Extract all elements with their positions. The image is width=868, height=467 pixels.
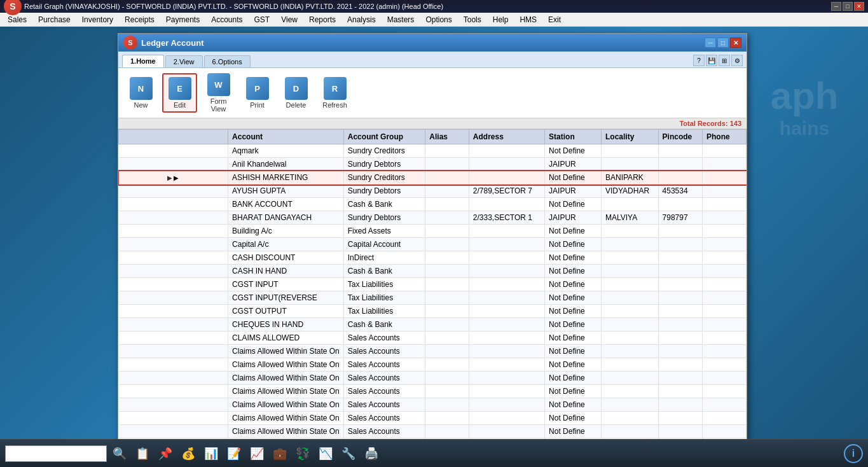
col-header-locality[interactable]: Locality <box>602 130 659 144</box>
row-arrow <box>119 198 228 211</box>
cell-station: Not Define <box>545 278 602 291</box>
cell-alias <box>425 198 469 211</box>
delete-button[interactable]: D Delete <box>279 74 313 111</box>
table-row[interactable]: Claims Allowed Within State OnSales Acco… <box>119 412 747 425</box>
cell-group: Sundry Creditors <box>343 144 425 158</box>
refresh-button[interactable]: R Refresh <box>317 74 352 111</box>
close-app-btn[interactable]: ✕ <box>854 2 864 11</box>
menu-payments[interactable]: Payments <box>161 14 205 25</box>
col-header-address[interactable]: Address <box>469 130 544 144</box>
cell-station: Not Define <box>545 305 602 318</box>
table-row[interactable]: Anil KhandelwalSundry DebtorsJAIPUR <box>119 158 747 171</box>
col-header-station[interactable]: Station <box>545 130 602 144</box>
settings-icon-btn[interactable]: ⚙ <box>731 55 743 66</box>
taskbar-icon-1[interactable]: 📋 <box>132 443 153 464</box>
table-row[interactable]: Claims Allowed Within State OnSales Acco… <box>119 345 747 358</box>
taskbar-icon-2[interactable]: 📌 <box>155 443 176 464</box>
menu-tools[interactable]: Tools <box>458 14 486 25</box>
menu-accounts[interactable]: Accounts <box>206 14 247 25</box>
table-row[interactable]: CASH IN HANDCash & BankNot Define <box>119 265 747 278</box>
table-row[interactable]: AYUSH GUPTASundry Debtors2/789,SECTOR 7J… <box>119 185 747 198</box>
tab-home[interactable]: 1.Home <box>122 55 164 67</box>
row-arrow <box>119 425 228 438</box>
menu-options[interactable]: Options <box>420 14 457 25</box>
taskbar-icon-6[interactable]: 📈 <box>247 443 267 464</box>
ledger-table-container[interactable]: Account Account Group Alias Address Stat… <box>118 129 747 440</box>
table-row[interactable]: Building A/cFixed AssetsNot Define <box>119 225 747 238</box>
edit-button[interactable]: E Edit <box>162 73 197 113</box>
taskbar-search-input[interactable] <box>5 445 107 462</box>
taskbar-icon-9[interactable]: 📉 <box>315 443 336 464</box>
taskbar-icon-11[interactable]: 🖨️ <box>361 443 382 464</box>
col-header-account-label[interactable]: Account <box>228 130 344 144</box>
menu-reports[interactable]: Reports <box>304 14 341 25</box>
tab-view[interactable]: 2.View <box>165 55 203 67</box>
table-row[interactable]: Claims Allowed Within State OnSales Acco… <box>119 398 747 412</box>
total-records-bar: Total Records: 143 <box>118 118 747 129</box>
col-header-phone[interactable]: Phone <box>703 130 747 144</box>
table-row[interactable]: AqmarkSundry CreditorsNot Define <box>119 144 747 158</box>
col-header-alias[interactable]: Alias <box>425 130 469 144</box>
help-icon-btn[interactable]: ? <box>693 55 705 66</box>
table-row[interactable]: CHEQUES IN HANDCash & BankNot Define <box>119 318 747 331</box>
formview-button[interactable]: W Form View <box>201 71 236 115</box>
window-close-btn[interactable]: ✕ <box>730 38 741 48</box>
menu-analysis[interactable]: Analysis <box>342 14 381 25</box>
tab-options[interactable]: 6.Options <box>204 55 251 67</box>
minimize-btn[interactable]: ─ <box>831 2 841 11</box>
title-bar-controls: ─ □ ✕ <box>831 2 864 11</box>
menu-masters[interactable]: Masters <box>382 14 420 25</box>
window-maximize-btn[interactable]: □ <box>717 38 729 48</box>
cell-alias <box>425 251 469 265</box>
col-header-group[interactable]: Account Group <box>343 130 425 144</box>
maximize-btn[interactable]: □ <box>843 2 853 11</box>
row-arrow <box>119 185 228 198</box>
table-row[interactable]: CGST INPUTTax LiabilitiesNot Define <box>119 278 747 291</box>
menu-sales[interactable]: Sales <box>3 14 32 25</box>
cell-station: Not Define <box>545 171 602 185</box>
table-row[interactable]: BHARAT DANGAYACHSundry Debtors2/333,SECT… <box>119 211 747 225</box>
col-header-pincode[interactable]: Pincode <box>658 130 702 144</box>
taskbar-search-btn[interactable]: 🔍 <box>109 443 130 464</box>
cell-account: CGST INPUT(REVERSE <box>228 291 344 305</box>
taskbar-icon-4[interactable]: 📊 <box>201 443 221 464</box>
table-row[interactable]: CGST INPUT(REVERSETax LiabilitiesNot Def… <box>119 291 747 305</box>
title-bar: S Retail Graph (VINAYAKJOSHI) - SOFTWORL… <box>0 0 868 13</box>
cell-account: BHARAT DANGAYACH <box>228 211 344 225</box>
cell-address <box>469 251 544 265</box>
taskbar-icon-3[interactable]: 💰 <box>178 443 198 464</box>
cell-phone <box>703 198 747 211</box>
table-row[interactable]: Claims Allowed Within State OnSales Acco… <box>119 372 747 385</box>
menu-gst[interactable]: GST <box>249 14 275 25</box>
table-row[interactable]: BANK ACCOUNTCash & BankNot Define <box>119 198 747 211</box>
taskbar-icon-10[interactable]: 🔧 <box>338 443 359 464</box>
table-row[interactable]: Capital A/cCapital AccountNot Define <box>119 238 747 251</box>
expand-icon-btn[interactable]: ⊞ <box>719 55 730 66</box>
delete-icon: D <box>285 77 308 100</box>
cell-address: 2/333,SECTOR 1 <box>469 211 544 225</box>
menu-hms[interactable]: HMS <box>514 14 542 25</box>
info-button[interactable]: i <box>844 444 863 463</box>
cell-station: Not Define <box>545 238 602 251</box>
taskbar-icon-5[interactable]: 📝 <box>224 443 244 464</box>
menu-exit[interactable]: Exit <box>543 14 566 25</box>
table-row[interactable]: CLAIMS ALLOWEDSales AccountsNot Define <box>119 331 747 345</box>
table-row[interactable]: Claims Allowed Within State OnSales Acco… <box>119 385 747 398</box>
taskbar-icon-8[interactable]: 💱 <box>293 443 313 464</box>
menu-view[interactable]: View <box>276 14 303 25</box>
menu-help[interactable]: Help <box>488 14 514 25</box>
cell-phone <box>703 345 747 358</box>
table-row[interactable]: Claims Allowed Within State OnSales Acco… <box>119 358 747 372</box>
new-button[interactable]: N New <box>123 74 158 111</box>
window-minimize-btn[interactable]: ─ <box>705 38 716 48</box>
menu-receipts[interactable]: Receipts <box>120 14 160 25</box>
taskbar-icon-7[interactable]: 💼 <box>270 443 290 464</box>
table-row[interactable]: CASH DISCOUNTInDirectNot Define <box>119 251 747 265</box>
menu-purchase[interactable]: Purchase <box>33 14 76 25</box>
table-row[interactable]: CGST OUTPUTTax LiabilitiesNot Define <box>119 305 747 318</box>
print-button[interactable]: P Print <box>240 74 275 111</box>
save-icon-btn[interactable]: 💾 <box>706 55 717 66</box>
table-row[interactable]: ▶ASHISH MARKETINGSundry CreditorsNot Def… <box>119 171 747 185</box>
table-row[interactable]: Claims Allowed Within State OnSales Acco… <box>119 425 747 438</box>
menu-inventory[interactable]: Inventory <box>77 14 118 25</box>
